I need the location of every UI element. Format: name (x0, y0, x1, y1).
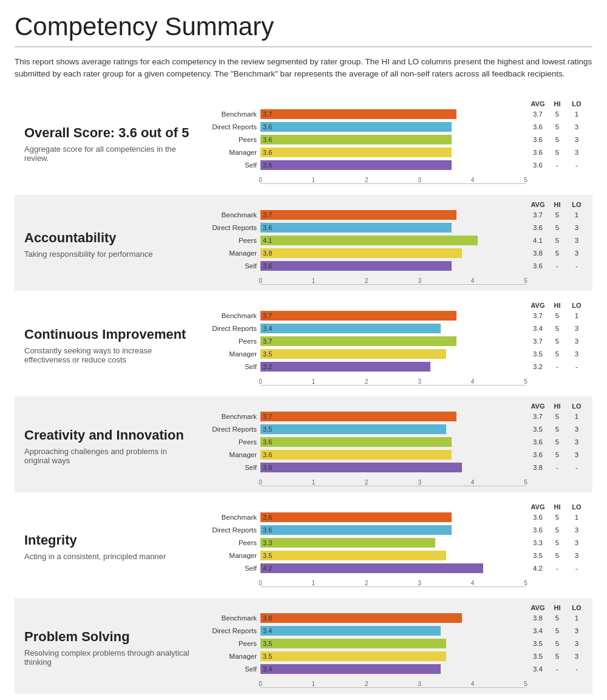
comp-subtitle-continuous-improvement: Constantly seeking ways to increase effe… (24, 346, 193, 364)
col-header-hi: HI (548, 201, 567, 208)
bar-label-manager: Manager (203, 451, 260, 458)
bar-label-benchmark: Benchmark (203, 211, 260, 219)
bar-label-self: Self (203, 262, 260, 270)
competency-row-accountability: AccountabilityTaking responsibility for … (15, 195, 592, 292)
axis-ticks: 012345 (260, 477, 526, 486)
bar-label-manager: Manager (203, 653, 260, 660)
bar-fill-manager: 3.5 (260, 349, 446, 359)
stat-lo-direct-reports: 3 (567, 426, 586, 433)
bar-label-manager: Manager (203, 350, 260, 358)
bar-track-direct-reports: 3.6 (260, 223, 526, 233)
stat-hi-peers: 5 (548, 539, 567, 546)
bar-fill-self: 4.2 (260, 563, 483, 573)
stat-lo-benchmark: 1 (567, 211, 586, 219)
bar-value-self: 4.2 (263, 565, 272, 572)
bar-row-manager: Manager3.53.553 (203, 550, 586, 562)
bar-track-peers: 4.1 (260, 236, 526, 245)
bar-value-benchmark: 3.7 (263, 413, 272, 420)
axis-tick-0: 0 (259, 177, 262, 183)
bar-label-manager: Manager (203, 552, 260, 559)
axis-tick-4: 4 (471, 177, 475, 183)
bar-row-benchmark: Benchmark3.63.651 (203, 512, 586, 523)
left-panel-problem-solving: Problem SolvingResolving complex problem… (15, 598, 203, 694)
stat-hi-manager: 5 (548, 653, 567, 660)
stat-lo-self: - (567, 363, 586, 370)
bar-label-benchmark: Benchmark (203, 413, 260, 420)
bar-value-direct-reports: 3.4 (263, 325, 272, 332)
bar-label-benchmark: Benchmark (203, 514, 260, 521)
bar-value-benchmark: 3.7 (263, 211, 272, 219)
bar-track-manager: 3.6 (260, 148, 526, 157)
bar-row-self: Self4.24.2-- (203, 563, 586, 574)
axis-row: 012345 (203, 376, 586, 386)
bar-label-peers: Peers (203, 136, 260, 143)
stat-avg-peers: 4.1 (528, 237, 548, 244)
bar-value-benchmark: 3.7 (263, 110, 272, 118)
competency-row-creativity-innovation: Creativity and InnovationApproaching cha… (15, 396, 592, 494)
bar-row-direct-reports: Direct Reports3.63.653 (203, 525, 586, 536)
stat-avg-benchmark: 3.6 (528, 514, 548, 521)
comp-title-accountability: Accountability (24, 230, 193, 246)
bar-row-peers: Peers4.14.153 (203, 235, 586, 246)
stat-avg-direct-reports: 3.4 (528, 627, 548, 634)
stat-lo-direct-reports: 3 (567, 526, 586, 534)
stat-avg-self: 3.6 (528, 161, 548, 169)
bar-value-peers: 4.1 (263, 237, 272, 244)
col-header-hi: HI (548, 302, 567, 309)
comp-title-continuous-improvement: Continuous Improvement (24, 327, 193, 342)
bar-value-manager: 3.5 (263, 350, 272, 358)
axis-tick-4: 4 (471, 479, 475, 486)
bar-label-direct-reports: Direct Reports (203, 224, 260, 231)
axis-ticks: 012345 (260, 275, 526, 285)
col-header-avg: AVG (528, 100, 548, 107)
left-panel-creativity-innovation: Creativity and InnovationApproaching cha… (15, 396, 203, 492)
stat-avg-benchmark: 3.7 (528, 110, 548, 118)
bar-track-direct-reports: 3.6 (260, 525, 526, 535)
stat-lo-self: - (567, 464, 586, 471)
col-header-avg: AVG (528, 503, 548, 511)
stat-hi-self: - (548, 363, 567, 370)
bar-fill-benchmark: 3.8 (260, 613, 462, 623)
axis-tick-1: 1 (312, 681, 316, 687)
axis-tick-0: 0 (259, 479, 262, 486)
stat-avg-benchmark: 3.7 (528, 413, 548, 420)
bar-track-manager: 3.5 (260, 551, 526, 560)
stat-avg-direct-reports: 3.5 (528, 426, 548, 433)
bar-fill-manager: 3.6 (260, 450, 452, 460)
stat-hi-self: - (548, 665, 567, 673)
stat-lo-self: - (567, 665, 586, 673)
bar-row-peers: Peers3.73.753 (203, 336, 586, 347)
bar-value-direct-reports: 3.6 (263, 526, 272, 534)
bar-label-direct-reports: Direct Reports (203, 426, 260, 433)
col-header-lo: LO (567, 302, 586, 309)
axis-tick-2: 2 (365, 277, 368, 284)
comp-title-overall: Overall Score: 3.6 out of 5 (24, 125, 193, 141)
stat-avg-direct-reports: 3.6 (528, 123, 548, 131)
axis-tick-2: 2 (365, 479, 368, 486)
axis-tick-0: 0 (259, 681, 262, 687)
bar-label-self: Self (203, 161, 260, 169)
axis-tick-5: 5 (524, 378, 527, 385)
competencies-container: Overall Score: 3.6 out of 5Aggregate sco… (15, 94, 592, 695)
stat-avg-peers: 3.7 (528, 338, 548, 345)
bar-track-manager: 3.8 (260, 248, 526, 258)
axis-tick-4: 4 (471, 681, 475, 687)
stat-avg-manager: 3.5 (528, 350, 548, 358)
axis-tick-3: 3 (418, 479, 421, 486)
bar-track-benchmark: 3.7 (260, 412, 526, 421)
col-header-lo: LO (567, 201, 586, 208)
stat-hi-self: - (548, 464, 567, 471)
stat-lo-benchmark: 1 (567, 110, 586, 118)
axis-row: 012345 (203, 174, 586, 184)
bar-track-peers: 3.5 (260, 639, 526, 648)
bar-fill-benchmark: 3.7 (260, 210, 456, 220)
competency-row-integrity: IntegrityActing in a consistent, princip… (15, 497, 592, 594)
axis-tick-0: 0 (259, 580, 262, 586)
axis-tick-1: 1 (312, 277, 316, 284)
axis-row: 012345 (203, 275, 586, 285)
stat-lo-peers: 3 (567, 237, 586, 244)
bar-track-peers: 3.3 (260, 538, 526, 548)
comp-title-problem-solving: Problem Solving (24, 629, 193, 645)
bar-track-direct-reports: 3.4 (260, 626, 526, 636)
left-panel-overall: Overall Score: 3.6 out of 5Aggregate sco… (15, 94, 203, 190)
